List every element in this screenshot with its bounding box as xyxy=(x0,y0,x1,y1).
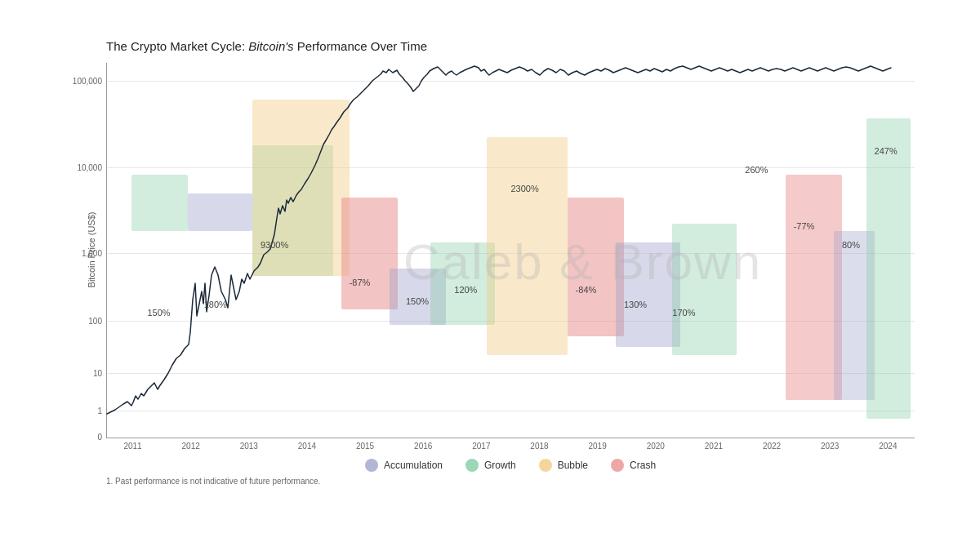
chart-container: The Crypto Market Cycle: Bitcoin's Perfo… xyxy=(41,23,939,529)
y-tick-100k: 100,000 xyxy=(68,77,102,86)
legend-growth: Growth xyxy=(466,459,516,472)
legend-dot-growth xyxy=(466,459,479,472)
x-label-2020: 2020 xyxy=(629,442,682,451)
y-tick-10: 10 xyxy=(68,369,102,378)
legend-accumulation: Accumulation xyxy=(365,459,443,472)
pct-260: 260% xyxy=(745,165,768,175)
pct-neg84: -84% xyxy=(576,285,597,295)
chart-title: The Crypto Market Cycle: Bitcoin's Perfo… xyxy=(106,39,915,53)
x-label-2017: 2017 xyxy=(455,442,508,451)
x-label-2021: 2021 xyxy=(687,442,740,451)
legend-bubble: Bubble xyxy=(539,459,588,472)
title-text2: Performance Over Time xyxy=(294,39,427,53)
pct-2300: 2300% xyxy=(511,184,539,193)
title-italic: Bitcoin's xyxy=(248,39,293,53)
pct-120: 120% xyxy=(454,285,477,295)
pct-150-2011: 150% xyxy=(147,308,170,318)
legend-dot-bubble xyxy=(539,459,552,472)
legend-crash: Crash xyxy=(611,459,656,472)
footnote: 1. Past performance is not indicative of… xyxy=(106,477,915,486)
legend-dot-crash xyxy=(611,459,624,472)
pct-neg77: -77% xyxy=(794,221,815,231)
y-tick-100: 100 xyxy=(68,317,102,326)
x-axis: 2011 2012 2013 2014 2015 2016 2017 2018 … xyxy=(106,438,915,451)
pct-180-2012: 180% xyxy=(204,300,227,309)
y-tick-1k: 1,000 xyxy=(68,249,102,258)
x-label-2023: 2023 xyxy=(804,442,857,451)
x-label-2024: 2024 xyxy=(862,442,915,451)
pct-150-2015: 150% xyxy=(406,296,429,306)
legend: Accumulation Growth Bubble Crash xyxy=(106,459,915,472)
pct-170: 170% xyxy=(672,308,695,318)
legend-dot-accumulation xyxy=(365,459,378,472)
x-label-2022: 2022 xyxy=(746,442,799,451)
chart-area: Bitcoin Price (US$) 100,000 10,000 1,000… xyxy=(106,63,915,438)
y-tick-10k: 10,000 xyxy=(68,163,102,172)
pct-80: 80% xyxy=(842,240,860,250)
price-line-svg xyxy=(107,63,915,438)
pct-9300: 9300% xyxy=(261,240,288,250)
x-label-2018: 2018 xyxy=(513,442,566,451)
legend-label-bubble: Bubble xyxy=(558,460,588,471)
y-tick-1: 1 xyxy=(68,407,102,415)
legend-label-crash: Crash xyxy=(630,460,656,471)
y-tick-0: 0 xyxy=(68,433,102,442)
x-label-2012: 2012 xyxy=(164,442,217,451)
x-label-2013: 2013 xyxy=(222,442,275,451)
legend-label-accumulation: Accumulation xyxy=(384,460,443,471)
x-label-2014: 2014 xyxy=(280,442,333,451)
legend-label-growth: Growth xyxy=(484,460,516,471)
pct-247: 247% xyxy=(875,146,898,156)
pct-neg87: -87% xyxy=(350,278,371,287)
title-text: The Crypto Market Cycle: xyxy=(106,39,248,53)
x-label-2015: 2015 xyxy=(339,442,392,451)
x-label-2011: 2011 xyxy=(106,442,159,451)
x-label-2019: 2019 xyxy=(571,442,624,451)
pct-130: 130% xyxy=(624,300,647,309)
x-label-2016: 2016 xyxy=(397,442,450,451)
